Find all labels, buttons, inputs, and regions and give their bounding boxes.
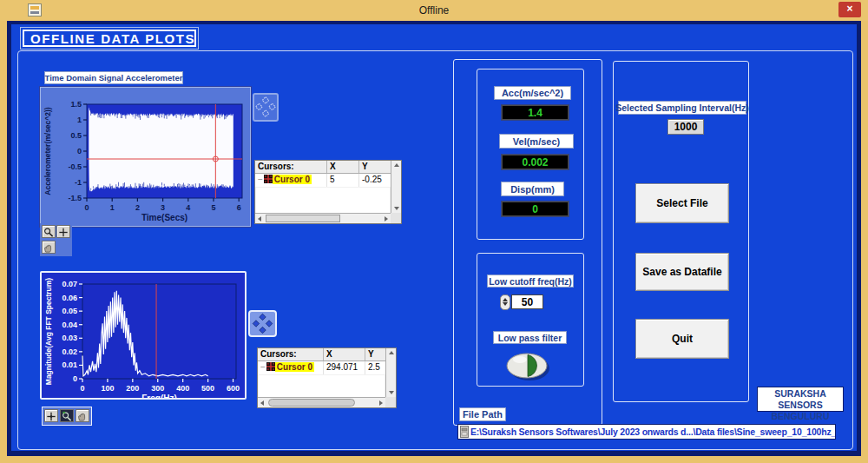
sampling-interval-label: Selected Sampling Interval(Hz) — [618, 101, 746, 115]
close-icon[interactable]: × — [838, 2, 861, 17]
magnifier-icon — [61, 411, 73, 422]
svg-text:300: 300 — [151, 384, 164, 393]
save-datafile-button[interactable]: Save as Datafile — [635, 253, 729, 291]
zoom-tool-button[interactable] — [42, 225, 56, 238]
disp-label: Disp(mm) — [501, 182, 564, 196]
pan-tool-button[interactable] — [42, 241, 56, 254]
acc-display: 1.4 — [502, 105, 569, 120]
cursor-tool-button[interactable] — [56, 225, 70, 238]
svg-text:-0.5: -0.5 — [68, 162, 82, 171]
chart2-diamond-button[interactable] — [248, 310, 277, 337]
svg-text:600: 600 — [227, 384, 240, 393]
svg-text:0.07: 0.07 — [62, 280, 77, 288]
plus-icon — [57, 227, 69, 238]
horizontal-scrollbar[interactable] — [255, 213, 391, 223]
svg-text:Freq(Hz): Freq(Hz) — [141, 394, 177, 398]
svg-text:500: 500 — [201, 384, 214, 393]
scrollbar-thumb[interactable] — [266, 215, 340, 222]
cursor-table-header: Cursors: X Y — [258, 348, 396, 361]
cursor-x-value: 5 — [327, 174, 359, 187]
decrement-icon[interactable] — [503, 302, 508, 306]
titlebar: Offline × — [0, 0, 868, 21]
vertical-scrollbar[interactable] — [391, 161, 401, 213]
svg-text:0.06: 0.06 — [62, 294, 77, 302]
svg-text:0: 0 — [73, 374, 77, 383]
svg-text:1: 1 — [110, 203, 115, 212]
svg-text:0.05: 0.05 — [62, 307, 77, 315]
svg-text:5: 5 — [211, 203, 215, 212]
scrollbar-corner — [385, 397, 396, 407]
svg-text:400: 400 — [176, 384, 189, 393]
col-cursors: Cursors: — [255, 161, 327, 173]
cursor-table-time: Cursors: X Y −Cursor 0 5 -0.25 — [254, 160, 402, 224]
low-pass-filter-label: Low pass filter — [493, 331, 567, 344]
time-domain-plot[interactable]: -1.5-1-0.500.511.50123456Time(Secs)Accel… — [41, 88, 250, 226]
svg-text:2: 2 — [135, 203, 140, 212]
svg-text:Accelerometer(m/sec^2)): Accelerometer(m/sec^2)) — [43, 107, 52, 195]
file-path-value: E:\Suraksh Sensors Softwares\July 2023 o… — [470, 427, 836, 437]
select-file-button[interactable]: Select File — [635, 183, 729, 223]
page-title: OFFLINE DATA PLOTS — [30, 31, 195, 46]
time-chart-title: Time Domain Signal Accelerometer — [44, 71, 183, 84]
branding-box: SURAKSHA SENSORS BENGULURU — [757, 387, 844, 412]
svg-text:0.5: 0.5 — [70, 131, 82, 140]
horizontal-scrollbar[interactable] — [258, 397, 385, 407]
svg-text:0: 0 — [84, 203, 89, 212]
branding-line1: SURAKSHA SENSORS — [758, 388, 843, 411]
cursor-tool-button[interactable] — [44, 409, 58, 422]
plus-icon — [45, 411, 57, 422]
quit-button[interactable]: Quit — [635, 319, 729, 359]
cutoff-input[interactable]: 50 — [511, 294, 543, 309]
graph-palette-1 — [40, 223, 72, 256]
cursor-row[interactable]: −Cursor 0 294.071 2.5 — [258, 361, 396, 374]
col-cursors: Cursors: — [258, 348, 324, 360]
vel-label: Vel(m/sec) — [499, 134, 574, 149]
pan-tool-button[interactable] — [76, 409, 89, 422]
cursor-x-value: 294.071 — [324, 361, 365, 374]
vel-display: 0.002 — [502, 155, 569, 169]
svg-text:100: 100 — [101, 384, 114, 393]
col-x: X — [324, 348, 365, 360]
low-cutoff-label: Low cutoff freq(Hz) — [487, 274, 574, 288]
fft-spectrum-plot[interactable]: 00.010.020.030.040.050.060.0701002003004… — [42, 273, 245, 398]
scrollbar-thumb[interactable] — [268, 399, 355, 407]
svg-text:0: 0 — [77, 147, 82, 155]
svg-text:-1.5: -1.5 — [68, 194, 82, 202]
hand-icon — [43, 242, 55, 254]
cutoff-spinner[interactable] — [500, 294, 510, 310]
path-browse-icon[interactable] — [460, 426, 469, 438]
cursor-name: Cursor 0 — [275, 362, 314, 372]
zoom-tool-button-selected[interactable] — [60, 409, 74, 422]
svg-text:0: 0 — [80, 384, 84, 393]
time-domain-chart[interactable]: -1.5-1-0.500.511.50123456Time(Secs)Accel… — [40, 87, 251, 227]
fft-spectrum-chart[interactable]: 00.010.020.030.040.050.060.0701002003004… — [40, 271, 247, 400]
svg-text:Magnitude(Avg FFT Spectrum): Magnitude(Avg FFT Spectrum) — [44, 278, 53, 386]
cursor-crosshair-icon — [264, 175, 273, 183]
graph-palette-2 — [42, 407, 92, 426]
window-title: Offline — [0, 0, 868, 21]
labview-vi-icon — [28, 3, 42, 17]
scrollbar-corner — [391, 213, 401, 223]
svg-text:6: 6 — [237, 203, 241, 212]
svg-text:0.03: 0.03 — [62, 334, 77, 342]
col-x: X — [327, 161, 359, 173]
cursor-table-header: Cursors: X Y — [255, 161, 401, 174]
file-path-field[interactable]: E:\Suraksh Sensors Softwares\July 2023 o… — [457, 424, 836, 440]
file-path-label: File Path — [459, 407, 506, 421]
svg-text:Time(Secs): Time(Secs) — [141, 213, 187, 222]
vertical-scrollbar[interactable] — [385, 348, 396, 397]
svg-text:0.02: 0.02 — [62, 347, 77, 356]
cursor-row[interactable]: −Cursor 0 5 -0.25 — [255, 174, 401, 187]
svg-text:-1: -1 — [75, 178, 82, 187]
increment-icon[interactable] — [503, 298, 508, 301]
table-empty-area — [256, 188, 390, 214]
svg-text:0.04: 0.04 — [62, 321, 77, 329]
oval-toggle-icon — [505, 351, 550, 382]
cursor-crosshair-icon — [266, 362, 275, 371]
low-pass-filter-button[interactable] — [505, 351, 550, 382]
chart1-diamond-button[interactable] — [253, 93, 279, 122]
svg-text:200: 200 — [126, 384, 139, 393]
cursor-table-fft: Cursors: X Y −Cursor 0 294.071 2.5 — [257, 347, 397, 408]
svg-text:0.01: 0.01 — [62, 360, 77, 369]
diamond-icon — [254, 95, 277, 119]
